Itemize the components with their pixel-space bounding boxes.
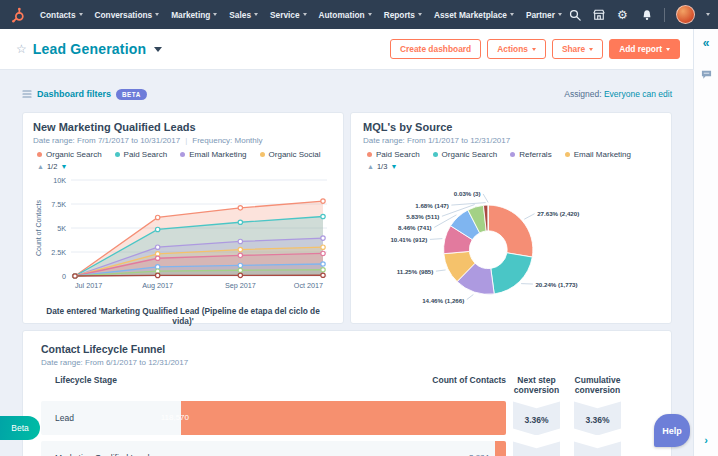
svg-text:10.41% (912): 10.41% (912)	[390, 236, 427, 243]
actions-button[interactable]: Actions	[487, 39, 546, 59]
cumulative-conversion-value: 3.36%	[574, 401, 621, 435]
legend-item-paid-search[interactable]: Paid Search	[115, 150, 168, 159]
legend-dot-icon	[180, 152, 185, 157]
funnel-bar[interactable]	[181, 401, 506, 435]
nav-item-label: Contacts	[40, 10, 76, 20]
nav-item-automation[interactable]: Automation	[319, 10, 372, 20]
count-of-contacts-value: 3,984	[469, 441, 489, 456]
svg-text:Jul 2017: Jul 2017	[75, 281, 102, 290]
x-axis-caption: Date entered 'Marketing Qualified Lead (…	[42, 306, 324, 327]
nav-item-service[interactable]: Service	[270, 10, 307, 20]
legend-page-up-icon[interactable]: ▲	[367, 163, 374, 170]
svg-text:0: 0	[62, 272, 66, 281]
share-button[interactable]: Share	[552, 39, 603, 59]
dashboard-filters-label: Dashboard filters	[37, 89, 111, 99]
legend-label: Organic Search	[46, 150, 102, 159]
chevron-down-icon	[254, 13, 258, 16]
nav-item-label: Marketing	[171, 10, 210, 20]
svg-text:Aug 2017: Aug 2017	[142, 281, 173, 290]
chart-legend: Paid SearchOrganic SearchReferralsEmail …	[367, 150, 659, 159]
create-dashboard-button[interactable]: Create dashboard	[390, 39, 481, 59]
nav-item-asset-marketplace[interactable]: Asset Marketplace	[434, 10, 514, 20]
top-navigation-bar: ContactsConversationsMarketingSalesServi…	[0, 0, 718, 29]
create-dashboard-label: Create dashboard	[400, 44, 471, 54]
chevron-down-icon	[303, 13, 307, 16]
beta-button[interactable]: Beta	[0, 416, 40, 440]
legend-page-down-icon[interactable]: ▼	[390, 163, 397, 170]
nav-item-conversations[interactable]: Conversations	[95, 10, 160, 20]
nav-item-marketing[interactable]: Marketing	[171, 10, 217, 20]
expand-panel-icon[interactable]: ›	[694, 434, 718, 446]
nav-item-label: Reports	[384, 10, 415, 20]
lifecycle-stage-label: Marketing Qualified Lead	[55, 441, 150, 456]
comments-icon[interactable]	[701, 66, 712, 84]
dashboard-filters-toggle[interactable]: Dashboard filters BETA	[22, 89, 147, 100]
date-range-text: Date range: From 1/1/2017 to 12/31/2017	[363, 136, 510, 145]
chevron-down-icon	[666, 48, 670, 51]
legend-item-email-marketing[interactable]: Email Marketing	[180, 150, 246, 159]
chevron-down-icon	[558, 13, 562, 16]
svg-text:10K: 10K	[53, 176, 66, 185]
collapse-panel-icon[interactable]: «	[703, 36, 710, 50]
user-avatar[interactable]	[676, 5, 695, 24]
help-button[interactable]: Help	[654, 414, 690, 447]
hubspot-logo-icon[interactable]	[10, 7, 26, 23]
svg-text:Count of Contacts: Count of Contacts	[35, 199, 42, 256]
legend-page-down-icon[interactable]: ▼	[60, 163, 67, 170]
svg-text:1.68% (147): 1.68% (147)	[415, 202, 449, 209]
chevron-down-icon	[532, 48, 536, 51]
filter-list-icon	[22, 90, 32, 98]
date-range-text: Date range: From 7/1/2017 to 10/31/2017	[33, 136, 180, 145]
legend-pager: ▲ 1/2 ▼	[37, 162, 333, 171]
nav-divider	[664, 8, 665, 22]
donut-chart: 27.63% (2,420)20.24% (1,773)14.46% (1,26…	[363, 172, 659, 328]
legend-dot-icon	[260, 152, 265, 157]
search-icon[interactable]	[568, 8, 581, 21]
chevron-down-icon	[368, 13, 372, 16]
chevron-down-icon	[213, 13, 217, 16]
funnel-bar[interactable]	[495, 441, 506, 456]
report-card-new-mql: New Marketing Qualified Leads Date range…	[22, 112, 344, 324]
legend-item-organic-search[interactable]: Organic Search	[37, 150, 102, 159]
chevron-down-icon	[155, 13, 159, 16]
dashboard-switcher-caret-icon[interactable]	[154, 47, 162, 52]
add-report-button[interactable]: Add report	[609, 39, 680, 59]
legend-pager: ▲ 1/3 ▼	[367, 162, 659, 171]
notifications-bell-icon[interactable]	[640, 8, 653, 21]
svg-text:0.03% (3): 0.03% (3)	[454, 190, 481, 197]
legend-page-up-icon[interactable]: ▲	[37, 163, 44, 170]
legend-item-organic-search[interactable]: Organic Search	[433, 150, 498, 159]
legend-item-paid-search[interactable]: Paid Search	[367, 150, 420, 159]
legend-dot-icon	[510, 152, 515, 157]
report-card-mql-by-source: MQL's by Source Date range: From 1/1/201…	[350, 112, 672, 324]
next-step-conversion-value: 42.22%	[513, 441, 560, 456]
nav-item-sales[interactable]: Sales	[229, 10, 258, 20]
favorite-star-icon[interactable]: ☆	[16, 42, 27, 56]
assigned-label: Assigned:	[564, 89, 601, 99]
nav-item-reports[interactable]: Reports	[384, 10, 422, 20]
nav-item-contacts[interactable]: Contacts	[40, 10, 83, 20]
area-chart: 02.5K5K7.5K10KCount of ContactsJul 2017A…	[33, 172, 333, 306]
nav-item-partner[interactable]: Partner	[526, 10, 562, 20]
nav-right-icons: ⚙	[568, 5, 718, 24]
dashboard-content: Dashboard filters BETA Assigned: Everyon…	[0, 70, 694, 456]
report-title: MQL's by Source	[363, 121, 659, 133]
marketplace-icon[interactable]	[592, 8, 605, 21]
legend-dot-icon	[565, 152, 570, 157]
svg-text:5K: 5K	[57, 224, 66, 233]
avatar-caret-icon[interactable]	[706, 13, 710, 16]
frequency-text: Frequency: Monthly	[192, 136, 262, 145]
assigned-value-link[interactable]: Everyone can edit	[604, 89, 672, 99]
funnel-row-marketing-qualified-lead: Marketing Qualified Lead3,98442.22%1.42%	[41, 441, 621, 456]
legend-item-organic-social[interactable]: Organic Social	[260, 150, 321, 159]
column-header-count-of-contacts: Count of Contacts	[204, 375, 506, 385]
legend-dot-icon	[433, 152, 438, 157]
legend-item-email-marketing[interactable]: Email Marketing	[565, 150, 631, 159]
settings-gear-icon[interactable]: ⚙	[616, 8, 629, 21]
report-card-lifecycle-funnel: Contact Lifecycle Funnel Date range: Fro…	[22, 330, 672, 456]
next-step-conversion-value: 3.36%	[513, 401, 560, 435]
legend-label: Organic Search	[442, 150, 498, 159]
page-title: Lead Generation	[33, 41, 146, 57]
funnel-rows: Lead118,5703.36%3.36%Marketing Qualified…	[41, 401, 621, 456]
legend-item-referrals[interactable]: Referrals	[510, 150, 551, 159]
